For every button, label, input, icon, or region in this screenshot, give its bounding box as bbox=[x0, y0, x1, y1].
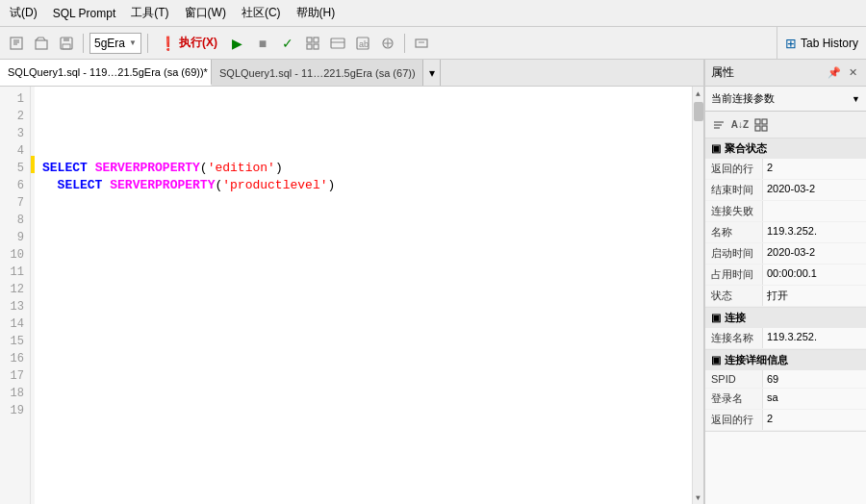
prop-value-conn-fail bbox=[763, 201, 866, 221]
code-line-12 bbox=[42, 281, 684, 298]
menu-sql-prompt[interactable]: SQL Prompt bbox=[49, 5, 120, 22]
prop-row-login: 登录名 sa bbox=[705, 389, 866, 410]
execute-icon: ❗ bbox=[160, 36, 176, 51]
code-line-13 bbox=[42, 298, 684, 315]
code-line-8 bbox=[42, 212, 684, 229]
menu-tools[interactable]: 工具(T) bbox=[127, 3, 172, 23]
toolbar-btn-6[interactable]: ab bbox=[352, 33, 373, 54]
prop-name-return: 返回的行 bbox=[705, 159, 763, 179]
toolbar-btn-5[interactable] bbox=[327, 33, 348, 54]
code-line-18 bbox=[42, 385, 684, 402]
panel-dropdown-label: 当前连接参数 bbox=[711, 91, 848, 106]
section-conn-detail-expand-icon: ▣ bbox=[711, 354, 721, 366]
code-line-4 bbox=[42, 142, 684, 160]
section-conn-detail: ▣ 连接详细信息 SPID 69 登录名 sa 返回的行 2 bbox=[705, 350, 866, 432]
tab-query2[interactable]: SQLQuery1.sql - 11…221.5gEra (sa (67)) ✕ bbox=[212, 60, 423, 86]
scroll-up-icon[interactable]: ▲ bbox=[693, 87, 704, 100]
svg-rect-11 bbox=[314, 44, 318, 49]
editor-scrollbar[interactable]: ▲ ▼ bbox=[692, 87, 703, 504]
toolbar-checkmark[interactable]: ✓ bbox=[277, 33, 298, 54]
panel-dropdown-arrow-icon: ▼ bbox=[852, 94, 860, 104]
toolbar-btn-8[interactable] bbox=[411, 33, 432, 54]
code-line-15 bbox=[42, 333, 684, 350]
prop-name-status: 状态 bbox=[705, 286, 763, 306]
panel-sort-btn[interactable] bbox=[709, 115, 728, 135]
panel-close-icon[interactable]: ✕ bbox=[845, 65, 860, 81]
toolbar-new-query[interactable] bbox=[6, 33, 27, 54]
panel-header-icons: 📌 ✕ bbox=[827, 65, 860, 81]
tab-dropdown-button[interactable]: ▾ bbox=[423, 60, 441, 86]
panel-az-sort-btn[interactable]: A↓Z bbox=[730, 115, 750, 135]
dropdown-arrow-icon: ▼ bbox=[129, 38, 137, 47]
scroll-track[interactable] bbox=[693, 100, 703, 491]
section-connection-header[interactable]: ▣ 连接 bbox=[705, 308, 866, 328]
prop-value-start-time: 2020-03-2 bbox=[763, 243, 866, 264]
code-line-16 bbox=[42, 350, 684, 367]
prop-name-return2: 返回的行 bbox=[705, 410, 763, 430]
svg-rect-0 bbox=[11, 38, 22, 49]
prop-value-return2: 2 bbox=[763, 410, 866, 430]
prop-row-conn-fail: 连接失败 bbox=[705, 201, 866, 222]
execute-label: 执行(X) bbox=[179, 35, 217, 51]
section-aggregate-header[interactable]: ▣ 聚合状态 bbox=[705, 139, 866, 159]
toolbar-btn-7[interactable] bbox=[377, 33, 398, 54]
prop-name-duration: 占用时间 bbox=[705, 265, 763, 285]
code-line-11 bbox=[42, 264, 684, 281]
tab-strip: SQLQuery1.sql - 119…21.5gEra (sa (69))* … bbox=[0, 60, 703, 87]
panel-pin-icon[interactable]: 📌 bbox=[827, 65, 842, 81]
property-tree: ▣ 聚合状态 返回的行 2 结束时间 2020-03-2 连接失败 名称 bbox=[705, 139, 866, 504]
toolbar-stop-icon[interactable]: ■ bbox=[252, 33, 273, 54]
main-area: SQLQuery1.sql - 119…21.5gEra (sa (69))* … bbox=[0, 60, 866, 504]
prop-row-name: 名称 119.3.252. bbox=[705, 222, 866, 243]
panel-dropdown[interactable]: 当前连接参数 ▼ bbox=[705, 87, 866, 112]
svg-rect-12 bbox=[331, 38, 344, 48]
section-connection-expand-icon: ▣ bbox=[711, 312, 721, 324]
menu-help[interactable]: 帮助(H) bbox=[293, 3, 340, 23]
prop-value-conn-name: 119.3.252. bbox=[763, 328, 866, 348]
code-line-10 bbox=[42, 246, 684, 264]
svg-rect-10 bbox=[307, 44, 312, 49]
menu-window[interactable]: 窗口(W) bbox=[181, 3, 230, 23]
section-connection-title: 连接 bbox=[725, 311, 746, 325]
panel-toolbar: A↓Z bbox=[705, 112, 866, 139]
code-line-7 bbox=[42, 194, 684, 212]
toolbar-run-icon[interactable]: ▶ bbox=[227, 33, 248, 54]
execute-button[interactable]: ❗ 执行(X) bbox=[154, 32, 223, 54]
section-conn-detail-header[interactable]: ▣ 连接详细信息 bbox=[705, 350, 866, 370]
svg-rect-26 bbox=[755, 126, 760, 131]
prop-row-spid: SPID 69 bbox=[705, 370, 866, 389]
properties-panel: 属性 📌 ✕ 当前连接参数 ▼ A↓Z ▣ bbox=[704, 60, 866, 504]
scroll-down-icon[interactable]: ▼ bbox=[693, 491, 704, 504]
code-editor[interactable]: 12345 678910 1112131415 16171819 bbox=[0, 87, 703, 504]
prop-value-login: sa bbox=[763, 389, 866, 409]
editor-area: SQLQuery1.sql - 119…21.5gEra (sa (69))* … bbox=[0, 60, 704, 504]
tab1-label: SQLQuery1.sql - 119…21.5gEra (sa (69))* bbox=[8, 66, 208, 78]
prop-row-end-time: 结束时间 2020-03-2 bbox=[705, 180, 866, 201]
scroll-thumb[interactable] bbox=[694, 102, 703, 121]
code-line-19 bbox=[42, 402, 684, 419]
toolbar-btn-4[interactable] bbox=[302, 33, 323, 54]
menu-community[interactable]: 社区(C) bbox=[238, 3, 285, 23]
prop-name-login: 登录名 bbox=[705, 389, 763, 409]
svg-rect-6 bbox=[64, 38, 69, 41]
code-line-6: SELECT SERVERPROPERTY('productlevel') bbox=[42, 177, 684, 194]
prop-row-duration: 占用时间 00:00:00.1 bbox=[705, 265, 866, 286]
section-conn-detail-title: 连接详细信息 bbox=[725, 353, 788, 367]
svg-rect-19 bbox=[416, 39, 427, 47]
prop-name-name: 名称 bbox=[705, 222, 763, 242]
connection-dropdown[interactable]: 5gEra ▼ bbox=[89, 33, 141, 54]
toolbar-sep-1 bbox=[83, 34, 84, 53]
svg-rect-4 bbox=[36, 40, 47, 49]
tab-history-button[interactable]: ⊞ Tab History bbox=[777, 27, 866, 60]
panel-header: 属性 📌 ✕ bbox=[705, 60, 866, 87]
svg-rect-8 bbox=[307, 38, 312, 42]
code-content-area[interactable]: SELECT SERVERPROPERTY('edition') SELECT … bbox=[35, 87, 692, 504]
tab-query1[interactable]: SQLQuery1.sql - 119…21.5gEra (sa (69))* … bbox=[0, 60, 212, 86]
section-aggregate-title: 聚合状态 bbox=[725, 141, 767, 156]
panel-categorize-btn[interactable] bbox=[751, 115, 771, 135]
code-line-1 bbox=[42, 90, 684, 108]
menubar: 试(D) SQL Prompt 工具(T) 窗口(W) 社区(C) 帮助(H) bbox=[0, 0, 866, 27]
toolbar-save[interactable] bbox=[56, 33, 77, 54]
menu-test[interactable]: 试(D) bbox=[6, 3, 41, 23]
toolbar-open[interactable] bbox=[31, 33, 52, 54]
